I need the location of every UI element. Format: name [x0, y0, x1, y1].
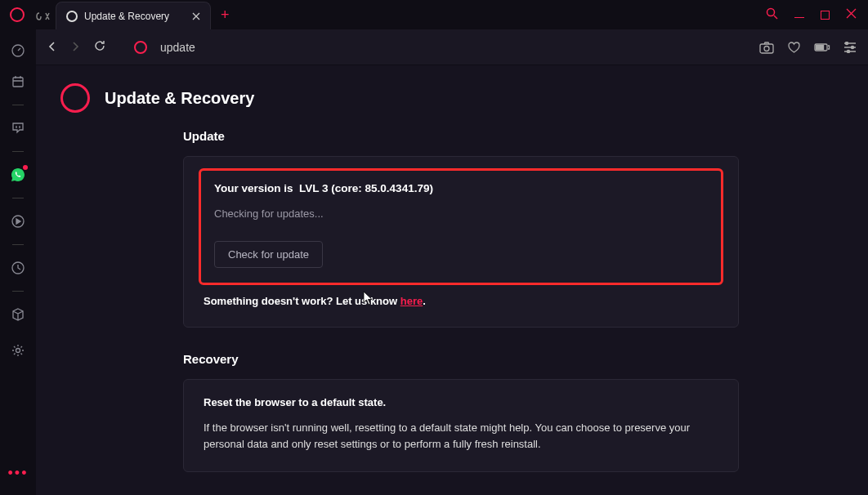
content-column: update Update & Recovery [36, 29, 868, 495]
update-card: Your version is LVL 3 (core: 85.0.4341.7… [183, 156, 739, 328]
back-button[interactable] [47, 40, 57, 55]
check-update-button[interactable]: Check for update [214, 241, 323, 268]
update-status: Checking for updates... [214, 207, 708, 220]
version-core: (core: 85.0.4341.79) [331, 182, 433, 194]
recovery-card: Reset the browser to a default state. If… [183, 379, 739, 472]
svg-point-12 [848, 50, 850, 52]
toolbar-right [759, 41, 857, 54]
new-tab-button[interactable]: + [221, 7, 230, 24]
heart-icon[interactable] [787, 41, 801, 54]
svg-rect-6 [760, 44, 773, 53]
svg-point-11 [852, 46, 854, 48]
recovery-heading: Recovery [183, 352, 843, 366]
recovery-reset-desc: If the browser isn't running well, reset… [204, 420, 718, 452]
svg-point-10 [846, 42, 848, 44]
svg-point-5 [16, 349, 20, 353]
highlight-box: Your version is LVL 3 (core: 85.0.4341.7… [199, 168, 723, 285]
history-icon[interactable] [10, 260, 26, 276]
help-link[interactable]: here [400, 295, 423, 307]
svg-rect-2 [13, 78, 23, 87]
address-text[interactable]: update [160, 41, 195, 54]
window-minimize-icon[interactable] [794, 16, 804, 18]
recovery-section: Recovery Reset the browser to a default … [36, 328, 868, 472]
calendar-icon[interactable] [10, 74, 26, 90]
recovery-reset-title: Reset the browser to a default state. [204, 396, 718, 408]
more-icon[interactable]: ••• [8, 465, 29, 482]
easy-setup-icon[interactable] [843, 42, 857, 53]
tab-close-icon[interactable] [192, 10, 200, 23]
speed-dial-icon[interactable] [10, 42, 26, 59]
version-line: Your version is LVL 3 (core: 85.0.4341.7… [214, 182, 708, 194]
tab-title: Update & Recovery [84, 11, 186, 22]
sidebar-bottom: ••• [0, 465, 36, 482]
svg-point-7 [764, 46, 769, 51]
svg-point-0 [767, 8, 775, 16]
window-maximize-icon[interactable] [821, 11, 830, 20]
main-row: ••• update [0, 29, 868, 495]
battery-icon[interactable] [814, 42, 830, 52]
separator [12, 151, 24, 152]
snapshot-icon[interactable] [759, 41, 774, 54]
separator [12, 105, 24, 105]
browser-tab[interactable]: Update & Recovery [56, 2, 211, 29]
separator [12, 244, 24, 245]
version-prefix: Your version is [214, 182, 293, 194]
gx-corner-icon[interactable] [36, 10, 49, 20]
twitch-icon[interactable] [10, 120, 26, 136]
titlebar: Update & Recovery + [0, 0, 868, 29]
page-title: Update & Recovery [105, 89, 254, 108]
player-icon[interactable] [10, 213, 26, 230]
page-body: Update & Recovery Update Your version is… [36, 65, 868, 495]
tab-favicon-icon [66, 11, 78, 22]
toolbar: update [36, 29, 868, 65]
help-prefix: Something doesn't work? Let us know [204, 295, 400, 307]
reload-button[interactable] [93, 39, 106, 56]
page-header: Update & Recovery [36, 65, 868, 121]
window-close-icon[interactable] [846, 7, 857, 22]
update-section: Update Your version is LVL 3 (core: 85.0… [36, 121, 868, 328]
separator [12, 198, 24, 198]
separator [12, 291, 24, 292]
address-favicon-icon [134, 41, 147, 54]
cube-icon[interactable] [10, 306, 26, 323]
update-heading: Update [183, 129, 843, 143]
sidebar: ••• [0, 29, 36, 495]
forward-button[interactable] [70, 40, 80, 55]
whatsapp-icon[interactable] [10, 167, 26, 183]
opera-logo-icon [60, 83, 90, 113]
window-controls [766, 0, 868, 29]
version-level: LVL 3 [299, 182, 329, 194]
tab-search-icon[interactable] [766, 7, 778, 23]
svg-rect-9 [817, 45, 824, 49]
titlebar-left [0, 0, 49, 29]
help-line: Something doesn't work? Let us know here… [204, 295, 718, 307]
settings-icon[interactable] [10, 342, 26, 359]
opera-logo-icon[interactable] [10, 7, 25, 22]
